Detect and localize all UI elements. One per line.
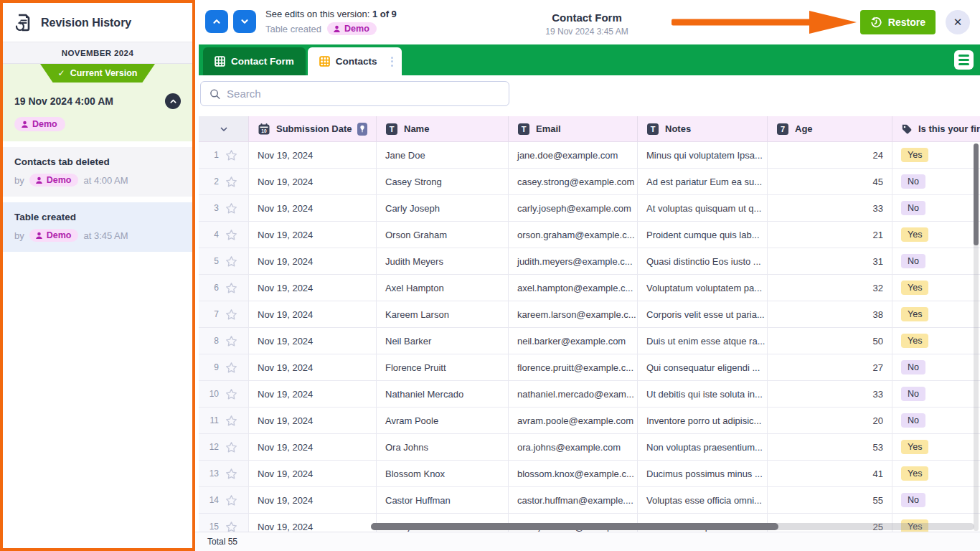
table-menu-button[interactable] xyxy=(954,50,974,70)
next-edit-button[interactable] xyxy=(233,10,256,33)
star-icon[interactable] xyxy=(225,494,237,507)
cell-age[interactable]: 45 xyxy=(768,169,892,195)
cell-age[interactable]: 55 xyxy=(768,487,892,514)
cell-notes[interactable]: Inventore porro ut adipisic... xyxy=(638,408,768,434)
cell-name[interactable]: Blossom Knox xyxy=(377,461,509,487)
cell-name[interactable]: Florence Pruitt xyxy=(377,354,509,381)
cell-email[interactable]: neil.barker@example.com xyxy=(509,328,638,354)
row-select-cell[interactable]: 1 xyxy=(199,142,249,169)
star-icon[interactable] xyxy=(225,521,237,532)
cell-is-this-your-first[interactable]: Yes xyxy=(892,222,980,248)
restore-button[interactable]: Restore xyxy=(860,10,936,34)
cell-notes[interactable]: Quasi distinctio Eos iusto ... xyxy=(638,248,768,275)
cell-is-this-your-first[interactable]: No xyxy=(892,169,980,195)
cell-age[interactable]: 32 xyxy=(768,275,892,301)
cell-name[interactable]: Casey Strong xyxy=(377,169,509,195)
cell-is-this-your-first[interactable]: No xyxy=(892,381,980,408)
cell-notes[interactable]: Duis ut enim esse atque ra... xyxy=(638,328,768,354)
cell-notes[interactable]: Proident cumque quis lab... xyxy=(638,222,768,248)
cell-is-this-your-first[interactable]: No xyxy=(892,487,980,514)
previous-edit-button[interactable] xyxy=(205,10,228,33)
star-icon[interactable] xyxy=(225,468,237,480)
cell-submission-date[interactable]: Nov 19, 2024 xyxy=(249,169,377,195)
cell-is-this-your-first[interactable]: No xyxy=(892,248,980,275)
row-select-cell[interactable]: 14 xyxy=(199,487,249,514)
cell-name[interactable]: Kareem Larson xyxy=(377,301,509,328)
cell-email[interactable]: jane.doe@example.com xyxy=(509,142,638,169)
cell-name[interactable]: Orson Graham xyxy=(377,222,509,248)
cell-submission-date[interactable]: Nov 19, 2024 xyxy=(249,487,377,514)
horizontal-scrollbar-thumb[interactable] xyxy=(371,523,778,530)
row-select-cell[interactable]: 6 xyxy=(199,275,249,301)
cell-is-this-your-first[interactable]: Yes xyxy=(892,434,980,461)
cell-email[interactable]: casey.strong@example.com xyxy=(509,169,638,195)
cell-email[interactable]: castor.huffman@example.... xyxy=(509,487,638,514)
cell-name[interactable]: Nathaniel Mercado xyxy=(377,381,509,408)
star-icon[interactable] xyxy=(225,282,237,294)
cell-email[interactable]: nathaniel.mercado@exam... xyxy=(509,381,638,408)
cell-age[interactable]: 50 xyxy=(768,328,892,354)
cell-submission-date[interactable]: Nov 19, 2024 xyxy=(249,434,377,461)
version-event-contacts-tab-deleted[interactable]: Contacts tab deleted by Demo at 4:00 AM xyxy=(3,147,192,197)
cell-email[interactable]: florence.pruitt@example.c... xyxy=(509,354,638,381)
cell-is-this-your-first[interactable]: Yes xyxy=(892,275,980,301)
cell-submission-date[interactable]: Nov 19, 2024 xyxy=(249,381,377,408)
cell-submission-date[interactable]: Nov 19, 2024 xyxy=(249,328,377,354)
tab-contacts[interactable]: Contacts xyxy=(308,47,402,75)
cell-name[interactable]: Avram Poole xyxy=(377,408,509,434)
row-select-cell[interactable]: 3 xyxy=(199,195,249,222)
vertical-scrollbar[interactable] xyxy=(974,143,979,531)
row-select-cell[interactable]: 15 xyxy=(199,514,249,532)
cell-age[interactable]: 33 xyxy=(768,381,892,408)
cell-age[interactable]: 41 xyxy=(768,461,892,487)
cell-notes[interactable]: At voluptas quisquam ut q... xyxy=(638,195,768,222)
cell-email[interactable]: blossom.knox@example.c... xyxy=(509,461,638,487)
cell-email[interactable]: judith.meyers@example.c... xyxy=(509,248,638,275)
cell-notes[interactable]: Qui consequatur eligendi ... xyxy=(638,354,768,381)
row-select-cell[interactable]: 7 xyxy=(199,301,249,328)
collapse-version-button[interactable] xyxy=(165,93,181,109)
cell-name[interactable]: Judith Meyers xyxy=(377,248,509,275)
column-header-email[interactable]: T Email xyxy=(509,116,638,142)
column-header-name[interactable]: T Name xyxy=(377,116,509,142)
row-select-cell[interactable]: 5 xyxy=(199,248,249,275)
cell-submission-date[interactable]: Nov 19, 2024 xyxy=(249,514,377,532)
cell-notes[interactable]: Minus qui voluptatem Ipsa... xyxy=(638,142,768,169)
cell-age[interactable]: 33 xyxy=(768,195,892,222)
cell-submission-date[interactable]: Nov 19, 2024 xyxy=(249,248,377,275)
cell-submission-date[interactable]: Nov 19, 2024 xyxy=(249,461,377,487)
star-icon[interactable] xyxy=(225,255,237,268)
cell-notes[interactable]: Voluptas esse officia omni... xyxy=(638,487,768,514)
row-select-cell[interactable]: 11 xyxy=(199,408,249,434)
cell-notes[interactable]: Ut debitis qui iste soluta in... xyxy=(638,381,768,408)
cell-age[interactable]: 27 xyxy=(768,354,892,381)
cell-notes[interactable]: Voluptatum voluptatem pa... xyxy=(638,275,768,301)
column-header-is-this-your-first[interactable]: Is this your firs xyxy=(892,116,980,142)
cell-is-this-your-first[interactable]: Yes xyxy=(892,328,980,354)
cell-notes[interactable]: Corporis velit esse ut paria... xyxy=(638,301,768,328)
cell-age[interactable]: 38 xyxy=(768,301,892,328)
row-select-cell[interactable]: 12 xyxy=(199,434,249,461)
cell-submission-date[interactable]: Nov 19, 2024 xyxy=(249,222,377,248)
row-select-cell[interactable]: 2 xyxy=(199,169,249,195)
cell-is-this-your-first[interactable]: Yes xyxy=(892,301,980,328)
cell-name[interactable]: Neil Barker xyxy=(377,328,509,354)
cell-email[interactable]: axel.hampton@example.c... xyxy=(509,275,638,301)
row-select-cell[interactable]: 4 xyxy=(199,222,249,248)
cell-is-this-your-first[interactable]: Yes xyxy=(892,461,980,487)
column-header-notes[interactable]: T Notes xyxy=(638,116,768,142)
horizontal-scrollbar[interactable] xyxy=(371,523,980,530)
column-header-age[interactable]: 7 Age xyxy=(768,116,892,142)
cell-is-this-your-first[interactable]: No xyxy=(892,408,980,434)
cell-is-this-your-first[interactable]: No xyxy=(892,195,980,222)
close-button[interactable]: ✕ xyxy=(946,10,970,34)
star-icon[interactable] xyxy=(225,176,237,188)
star-icon[interactable] xyxy=(225,309,237,321)
cell-name[interactable]: Carly Joseph xyxy=(377,195,509,222)
cell-notes[interactable]: Ad est pariatur Eum ea su... xyxy=(638,169,768,195)
cell-submission-date[interactable]: Nov 19, 2024 xyxy=(249,408,377,434)
row-select-cell[interactable]: 10 xyxy=(199,381,249,408)
version-event-table-created[interactable]: Table created by Demo at 3:45 AM xyxy=(3,202,192,252)
cell-notes[interactable]: Ducimus possimus minus ... xyxy=(638,461,768,487)
pin-icon[interactable] xyxy=(357,123,367,136)
